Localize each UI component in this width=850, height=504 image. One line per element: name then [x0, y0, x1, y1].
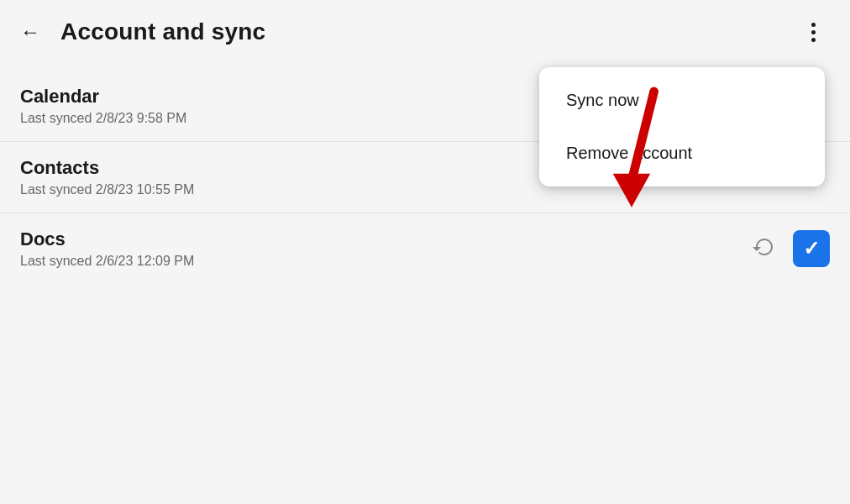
docs-item[interactable]: Docs Last synced 2/6/23 12:09 PM ✓: [0, 213, 850, 284]
docs-icons: ✓: [746, 230, 830, 267]
back-arrow-icon: ←: [20, 20, 40, 44]
context-menu: Sync now Remove account: [539, 67, 825, 186]
docs-subtitle: Last synced 2/6/23 12:09 PM: [20, 254, 746, 269]
sync-now-menu-item[interactable]: Sync now: [539, 74, 825, 127]
header-left: ← Account and sync: [13, 15, 265, 49]
header: ← Account and sync: [0, 0, 850, 64]
checkmark-icon: ✓: [803, 237, 820, 260]
page-title: Account and sync: [60, 18, 265, 45]
docs-title: Docs: [20, 228, 746, 250]
remove-account-menu-item[interactable]: Remove account: [539, 127, 825, 180]
back-button[interactable]: ←: [13, 15, 47, 49]
more-options-button[interactable]: [796, 15, 830, 49]
three-dots-icon: [811, 23, 816, 42]
docs-text: Docs Last synced 2/6/23 12:09 PM: [20, 228, 746, 269]
sync-svg-icon: [749, 234, 779, 264]
sync-icon[interactable]: [746, 230, 783, 267]
sync-checkbox[interactable]: ✓: [793, 230, 830, 267]
